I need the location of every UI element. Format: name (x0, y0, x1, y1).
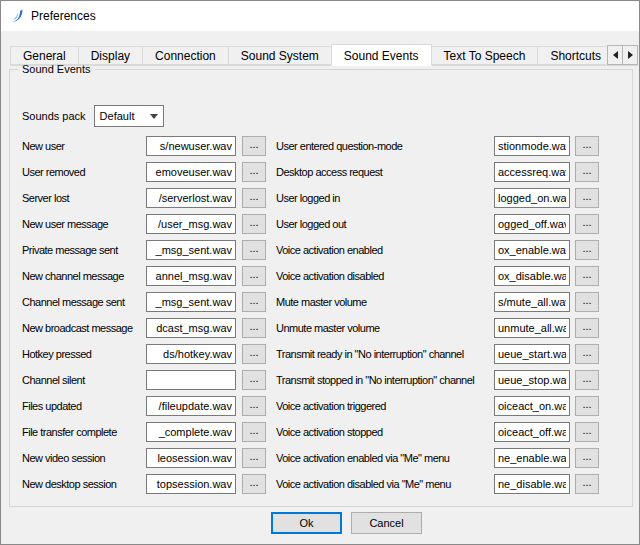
sound-event-label: File transfer complete (22, 426, 146, 438)
browse-button[interactable]: ... (575, 292, 599, 312)
sound-event-label: New video session (22, 452, 146, 464)
sound-file-input[interactable] (146, 422, 236, 442)
tab-scroll-right-button[interactable] (622, 45, 638, 65)
sound-event-row: New user...User entered question-mode... (22, 133, 599, 159)
right-arrow-icon (628, 51, 633, 59)
sound-file-input[interactable] (146, 266, 236, 286)
sound-file-input[interactable] (494, 396, 570, 416)
browse-button[interactable]: ... (575, 370, 599, 390)
tab-scroll-left-button[interactable] (607, 45, 623, 65)
sound-event-row: Hotkey pressed...Transmit ready in "No i… (22, 341, 599, 367)
window-title: Preferences (31, 9, 96, 23)
browse-button[interactable]: ... (242, 422, 266, 442)
sounds-pack-value: Default (100, 110, 135, 122)
sound-file-input[interactable] (146, 448, 236, 468)
sound-file-input[interactable] (494, 266, 570, 286)
browse-button[interactable]: ... (242, 162, 266, 182)
browse-button[interactable]: ... (242, 188, 266, 208)
browse-button[interactable]: ... (242, 292, 266, 312)
sound-file-input[interactable] (146, 136, 236, 156)
tabs-strip: GeneralDisplayConnectionSound SystemSoun… (10, 44, 606, 66)
browse-button[interactable]: ... (575, 318, 599, 338)
sound-file-input[interactable] (146, 162, 236, 182)
sound-event-label: Server lost (22, 192, 146, 204)
browse-button[interactable]: ... (575, 474, 599, 494)
sound-file-input[interactable] (146, 370, 236, 390)
sound-file-input[interactable] (146, 344, 236, 364)
browse-button[interactable]: ... (575, 344, 599, 364)
sound-event-label: User removed (22, 166, 146, 178)
sound-file-input[interactable] (494, 448, 570, 468)
browse-button[interactable]: ... (242, 240, 266, 260)
tab-sound-system[interactable]: Sound System (228, 46, 332, 65)
tab-connection[interactable]: Connection (142, 46, 229, 65)
browse-button[interactable]: ... (575, 266, 599, 286)
sound-event-row: File transfer complete...Voice activatio… (22, 419, 599, 445)
sound-file-input[interactable] (146, 188, 236, 208)
tab-sound-events[interactable]: Sound Events (331, 44, 432, 66)
sound-file-input[interactable] (494, 370, 570, 390)
sound-file-input[interactable] (146, 214, 236, 234)
sound-file-input[interactable] (494, 240, 570, 260)
browse-button[interactable]: ... (575, 448, 599, 468)
tab-display[interactable]: Display (78, 46, 143, 65)
browse-button[interactable]: ... (242, 266, 266, 286)
sound-file-input[interactable] (494, 136, 570, 156)
sound-file-input[interactable] (146, 318, 236, 338)
sound-event-label: Voice activation disabled (276, 270, 494, 282)
sound-file-input[interactable] (494, 292, 570, 312)
tab-bar: GeneralDisplayConnectionSound SystemSoun… (10, 44, 638, 66)
browse-button[interactable]: ... (575, 214, 599, 234)
browse-button[interactable]: ... (242, 370, 266, 390)
cancel-button[interactable]: Cancel (351, 512, 422, 534)
sound-event-row: User removed...Desktop access request... (22, 159, 599, 185)
browse-button[interactable]: ... (575, 188, 599, 208)
browse-button[interactable]: ... (575, 396, 599, 416)
browse-button[interactable]: ... (242, 214, 266, 234)
sound-file-input[interactable] (494, 474, 570, 494)
titlebar: Preferences (1, 1, 639, 31)
sound-file-input[interactable] (146, 396, 236, 416)
browse-button[interactable]: ... (242, 136, 266, 156)
sound-event-row: Channel message sent...Mute master volum… (22, 289, 599, 315)
sound-event-label: Mute master volume (276, 296, 494, 308)
sound-file-input[interactable] (494, 214, 570, 234)
browse-button[interactable]: ... (575, 422, 599, 442)
sound-file-input[interactable] (494, 422, 570, 442)
sound-file-input[interactable] (146, 474, 236, 494)
sound-event-label: Transmit ready in "No interruption" chan… (276, 348, 494, 360)
sound-file-input[interactable] (494, 188, 570, 208)
sound-event-label: Voice activation disabled via "Me" menu (276, 478, 494, 490)
sound-event-label: Channel message sent (22, 296, 146, 308)
browse-button[interactable]: ... (242, 474, 266, 494)
sound-file-input[interactable] (494, 344, 570, 364)
sound-event-label: Voice activation enabled (276, 244, 494, 256)
sounds-pack-label: Sounds pack (22, 110, 86, 122)
ok-button[interactable]: Ok (271, 512, 342, 534)
sound-file-input[interactable] (146, 240, 236, 260)
sound-event-label: Private message sent (22, 244, 146, 256)
tab-shortcuts[interactable]: Shortcuts (537, 46, 606, 65)
browse-button[interactable]: ... (242, 344, 266, 364)
sound-event-label: Channel silent (22, 374, 146, 386)
sound-file-input[interactable] (494, 318, 570, 338)
sounds-pack-select[interactable]: Default (94, 105, 164, 127)
tab-general[interactable]: General (10, 46, 79, 65)
sound-event-row: Server lost...User logged in... (22, 185, 599, 211)
sound-event-row: New channel message...Voice activation d… (22, 263, 599, 289)
browse-button[interactable]: ... (575, 136, 599, 156)
browse-button[interactable]: ... (242, 318, 266, 338)
tab-text-to-speech[interactable]: Text To Speech (431, 46, 539, 65)
sound-events-group: Sound Events Sounds pack Default New use… (9, 63, 633, 507)
sound-file-input[interactable] (146, 292, 236, 312)
browse-button[interactable]: ... (242, 448, 266, 468)
browse-button[interactable]: ... (575, 162, 599, 182)
tab-scroll-control (607, 45, 638, 65)
sound-file-input[interactable] (494, 162, 570, 182)
sound-event-row: Files updated...Voice activation trigger… (22, 393, 599, 419)
sound-event-label: New user message (22, 218, 146, 230)
sound-event-label: Voice activation enabled via "Me" menu (276, 452, 494, 464)
browse-button[interactable]: ... (575, 240, 599, 260)
browse-button[interactable]: ... (242, 396, 266, 416)
app-icon (9, 8, 25, 24)
